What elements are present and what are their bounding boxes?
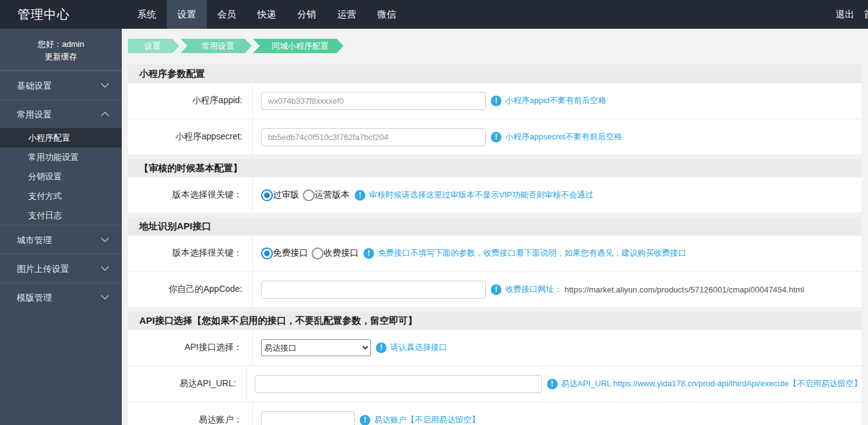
sidebar-item-image-upload-settings[interactable]: 图片上传设置	[0, 254, 122, 282]
sidebar-item-distribution-settings[interactable]: 分销设置	[0, 167, 122, 186]
exclamation-icon: !	[376, 342, 387, 353]
radio-pass-review-version[interactable]	[261, 189, 273, 201]
sidebar-item-miniprogram-config[interactable]: 小程序配置	[0, 128, 122, 148]
appid-input[interactable]	[261, 92, 486, 110]
app-title: 管理中心	[17, 0, 70, 29]
hint-text-prefix: 收费接口网址：	[505, 284, 562, 295]
hint-appcode: ! 收费接口网址： https://market.aliyun.com/prod…	[491, 284, 804, 295]
breadcrumb-common-settings[interactable]: 常用设置	[180, 39, 252, 53]
hint-url: https://market.aliyun.com/products/57126…	[565, 285, 804, 294]
form-row-yida-url: 易达API_URL: ! 易达API_URL https://www.yida1…	[128, 366, 862, 402]
nav-tab-operation[interactable]: 运营	[327, 0, 367, 29]
hint-text: 易达账户【不启用易达留空】	[374, 414, 480, 425]
field-label-yida-account: 易达账户：	[128, 402, 253, 425]
sidebar-item-label: 常用设置	[17, 100, 52, 129]
api-interface-select[interactable]: 易达接口	[261, 339, 371, 356]
sidebar-item-city-management[interactable]: 城市管理	[0, 225, 122, 254]
hint-appsecret: ! 小程序appsecret不要有前后空格	[491, 131, 622, 142]
form-row-review-version: 版本选择很关键： 过审版 运营版本 ! 审核时候请选择这里过审版本不显示VIP功…	[128, 178, 862, 214]
form-row-api-type: 版本选择很关键： 免费接口 收费接口 ! 免费接口不填写下面的参数，收费接口看下…	[128, 236, 862, 272]
field-label-appsecret: 小程序appsecret:	[128, 119, 253, 154]
appcode-input[interactable]	[261, 281, 486, 299]
sidebar-item-template-management[interactable]: 模版管理	[0, 282, 122, 311]
field-area: ! 易达账户【不启用易达留空】	[253, 402, 862, 425]
field-area: 免费接口 收费接口 ! 免费接口不填写下面的参数，收费接口看下面说明，如果您有遇…	[253, 236, 862, 271]
form-row-api-select: API接口选择： 易达接口 ! 请认真选择接口	[128, 330, 862, 366]
yida-account-input[interactable]	[261, 411, 355, 425]
exclamation-icon: !	[547, 379, 558, 389]
nav-tab-express[interactable]: 快递	[247, 0, 287, 29]
chevron-down-icon	[101, 266, 109, 271]
sidebar: 您好：admin 更新缓存 基础设置 常用设置 小程序配置 常用功能设置 分销设…	[0, 29, 122, 425]
radio-free-api[interactable]	[261, 248, 273, 259]
radio-label[interactable]: 收费接口	[323, 248, 358, 259]
hint-yida-url: ! 易达API_URL https://www.yida178.cn/prod-…	[547, 378, 862, 389]
sidebar-item-payment-methods[interactable]: 支付方式	[0, 186, 122, 206]
radio-operation-version[interactable]	[303, 189, 315, 201]
sidebar-item-payment-logs[interactable]: 支付日志	[0, 206, 122, 225]
chevron-down-icon	[101, 237, 109, 242]
nav-tab-settings[interactable]: 设置	[167, 0, 207, 29]
hint-review-version: ! 审核时候请选择这里过审版本不显示VIP功能否则审核不会通过	[355, 189, 593, 201]
nav-tabs: 系统 设置 会员 快递 分销 运营 微信	[127, 0, 407, 29]
sidebar-item-common-function-settings[interactable]: 常用功能设置	[0, 148, 122, 167]
field-label-appid: 小程序appid:	[128, 83, 253, 118]
hint-text: 请认真选择接口	[390, 342, 447, 353]
radio-label[interactable]: 过审版	[273, 189, 299, 201]
hint-text: 免费接口不填写下面的参数，收费接口看下面说明，如果您有遇见，建议购买收费接口	[378, 248, 686, 259]
logout-link[interactable]: 退出	[836, 0, 854, 29]
field-label-appcode: 你自己的AppCode:	[128, 272, 253, 307]
update-cache-link[interactable]: 更新缓存	[0, 51, 122, 63]
radio-label[interactable]: 免费接口	[273, 248, 308, 259]
breadcrumb-settings[interactable]: 设置	[128, 39, 179, 53]
field-label-review-version: 版本选择很关键：	[128, 178, 253, 212]
chevron-down-icon	[101, 82, 109, 88]
form-row-yida-account: 易达账户： ! 易达账户【不启用易达留空】	[128, 402, 862, 425]
nav-tab-distribution[interactable]: 分销	[287, 0, 327, 29]
form-row-appcode: 你自己的AppCode: ! 收费接口网址： https://market.al…	[128, 272, 862, 308]
sidebar-submenu: 小程序配置 常用功能设置 分销设置 支付方式 支付日志	[0, 128, 122, 225]
hint-text: 审核时候请选择这里过审版本不显示VIP功能否则审核不会通过	[369, 189, 593, 201]
exclamation-icon: !	[491, 96, 501, 106]
exclamation-icon: !	[355, 190, 365, 201]
main-content: 小程序参数配置 小程序appid: ! 小程序appid不要有前后空格 小程序a…	[128, 62, 862, 425]
form-row-appid: 小程序appid: ! 小程序appid不要有前后空格	[128, 83, 862, 119]
radio-label[interactable]: 运营版本	[315, 189, 350, 201]
nav-tab-system[interactable]: 系统	[127, 0, 167, 29]
nav-tab-members[interactable]: 会员	[207, 0, 247, 29]
hint-api-type: ! 免费接口不填写下面的参数，收费接口看下面说明，如果您有遇见，建议购买收费接口	[363, 248, 686, 259]
sidebar-item-label: 模版管理	[17, 283, 52, 312]
nav-tab-wechat[interactable]: 微信	[367, 0, 407, 29]
breadcrumb-citywide-miniprogram-config[interactable]: 同城小程序配置	[253, 39, 343, 53]
section-header-api-selection: API接口选择【您如果不启用的接口，不要乱配置参数，留空即可】	[128, 311, 862, 330]
section-header-miniprogram-params: 小程序参数配置	[128, 64, 862, 83]
hint-api-select: ! 请认真选择接口	[376, 342, 447, 353]
yida-url-input[interactable]	[255, 375, 542, 393]
section-header-address-api: 地址识别API接口	[128, 217, 862, 236]
sidebar-item-common-settings[interactable]: 常用设置	[0, 99, 122, 128]
exclamation-icon: !	[491, 132, 501, 142]
radio-paid-api[interactable]	[312, 248, 323, 259]
field-area: ! 收费接口网址： https://market.aliyun.com/prod…	[253, 272, 862, 307]
exclamation-icon: !	[363, 248, 374, 259]
field-area: 过审版 运营版本 ! 审核时候请选择这里过审版本不显示VIP功能否则审核不会通过	[253, 178, 862, 212]
sidebar-item-label: 城市管理	[17, 226, 52, 254]
top-navbar: 管理中心 系统 设置 会员 快递 分销 运营 微信 退出 首页	[0, 0, 868, 29]
hint-appid: ! 小程序appid不要有前后空格	[491, 95, 606, 106]
chevron-down-icon	[101, 294, 109, 300]
chevron-up-icon	[101, 111, 109, 117]
field-area: ! 易达API_URL https://www.yida178.cn/prod-…	[247, 366, 862, 401]
home-link-partial[interactable]: 首页	[864, 0, 868, 29]
user-block: 您好：admin 更新缓存	[0, 29, 122, 71]
hint-text: 小程序appid不要有前后空格	[505, 95, 606, 106]
field-label-api-type: 版本选择很关键：	[128, 236, 253, 271]
breadcrumb: 设置 常用设置 同城小程序配置	[128, 39, 345, 53]
sidebar-item-label: 基础设置	[17, 71, 52, 100]
form-row-appsecret: 小程序appsecret: ! 小程序appsecret不要有前后空格	[128, 119, 862, 156]
hint-text: 小程序appsecret不要有前后空格	[505, 131, 622, 142]
hint-yida-account: ! 易达账户【不启用易达留空】	[360, 414, 480, 425]
field-label-yida-url: 易达API_URL:	[128, 366, 247, 401]
appsecret-input[interactable]	[261, 128, 486, 146]
sidebar-item-basic-settings[interactable]: 基础设置	[0, 71, 122, 99]
section-header-review-basic-config: 【审核的时候基本配置】	[128, 159, 862, 178]
